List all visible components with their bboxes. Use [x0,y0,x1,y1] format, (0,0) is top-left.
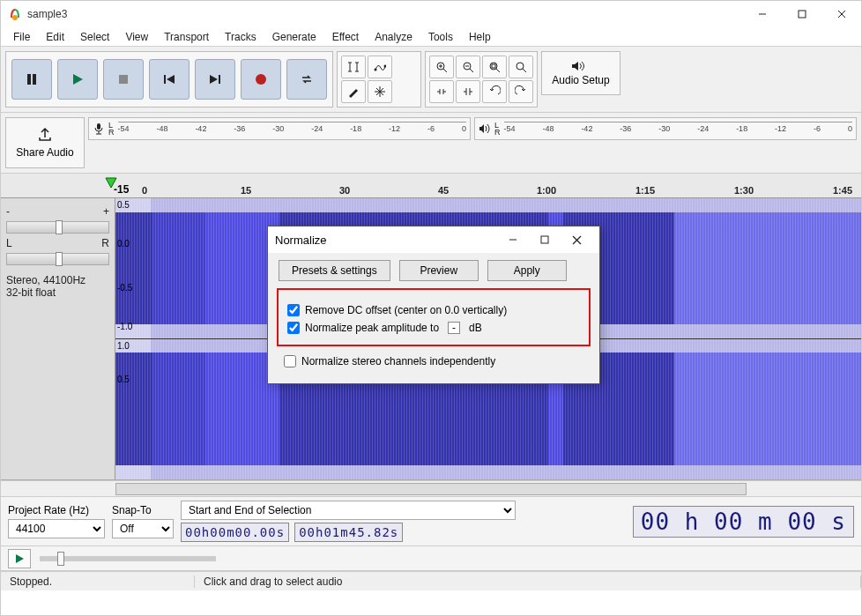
menu-help[interactable]: Help [462,29,498,45]
audio-setup-button[interactable]: Audio Setup [541,51,620,95]
horizontal-scrollbar[interactable] [1,480,861,496]
skip-start-button[interactable] [149,59,189,100]
envelope-tool[interactable] [368,56,392,78]
dialog-minimize-button[interactable] [497,227,529,252]
timeline-start-label: -15 [114,183,129,196]
zoom-out-button[interactable] [456,56,480,78]
speaker-small-icon [479,122,491,135]
svg-marker-7 [73,74,83,85]
svg-rect-12 [219,75,220,84]
menu-effect[interactable]: Effect [325,29,366,45]
status-state: Stopped. [1,575,195,588]
status-bar: Stopped. Click and drag to select audio [1,571,861,590]
svg-marker-42 [16,554,24,563]
normalize-peak-checkbox[interactable] [287,322,300,334]
draw-tool[interactable] [341,80,366,103]
dialog-titlebar[interactable]: Normalize [268,226,599,253]
gain-slider[interactable] [6,221,109,234]
svg-rect-5 [27,74,31,85]
app-logo-icon [8,7,22,21]
svg-point-33 [490,63,497,70]
record-meter[interactable]: LR -54-48-42-36-30-24-18-12-60 [88,117,471,140]
multi-tool[interactable] [368,80,392,103]
close-button[interactable] [821,1,861,27]
trim-button[interactable] [429,80,454,103]
remove-dc-offset-option[interactable]: Remove DC offset (center on 0.0 vertical… [287,304,580,316]
undo-button[interactable] [482,80,507,103]
menu-select[interactable]: Select [73,29,116,45]
zoom-in-button[interactable] [429,56,454,78]
menu-tools[interactable]: Tools [421,29,460,45]
menu-analyze[interactable]: Analyze [368,29,420,45]
track-info: Stereo, 44100Hz [6,274,109,286]
speaker-icon [571,60,591,72]
toolbar-top: Audio Setup [1,47,861,113]
audio-position-time[interactable]: 00 h 00 m 00 s [633,506,854,538]
selection-toolbar: Project Rate (Hz) 44100 Snap-To Off Star… [1,496,861,546]
svg-point-36 [516,63,524,70]
selection-start-time[interactable]: 00h00m00.00s [181,523,289,542]
project-rate-select[interactable]: 44100 [8,519,105,538]
remove-dc-label: Remove DC offset (center on 0.0 vertical… [305,304,507,316]
normalize-dialog: Normalize Presets & settings Preview App… [267,226,600,384]
selection-format-select[interactable]: Start and End of Selection [181,501,516,520]
menu-generate[interactable]: Generate [265,29,323,45]
redo-button[interactable] [509,80,533,103]
gain-minus: - [6,205,10,218]
share-audio-button[interactable]: Share Audio [5,117,85,168]
pan-slider[interactable] [6,253,109,265]
svg-point-13 [256,74,266,85]
play-at-speed-toolbar [1,546,861,571]
playback-meter-scale: -54-48-42-36-30-24-18-12-60 [504,122,853,136]
snap-to-label: Snap-To [112,504,174,516]
stereo-independent-option[interactable]: Normalize stereo channels independently [284,355,583,367]
loop-button[interactable] [286,59,327,100]
normalize-peak-option[interactable]: Normalize peak amplitude to dB [287,322,580,334]
menu-view[interactable]: View [118,29,155,45]
track-format: 32-bit float [6,286,109,299]
skip-end-button[interactable] [195,59,235,100]
svg-point-0 [12,15,18,20]
dialog-maximize-button[interactable] [529,227,561,252]
play-at-speed-button[interactable] [8,549,31,568]
pause-button[interactable] [11,59,52,100]
svg-rect-2 [799,11,806,18]
svg-line-27 [443,69,447,72]
fit-project-button[interactable] [509,56,533,78]
playback-speed-slider[interactable] [40,556,216,561]
dialog-close-button[interactable] [561,227,592,252]
presets-settings-button[interactable]: Presets & settings [279,260,390,281]
preview-button[interactable]: Preview [399,260,479,281]
menu-file[interactable]: File [6,29,37,45]
stop-button[interactable] [103,59,144,100]
status-hint: Click and drag to select audio [195,575,861,588]
menu-edit[interactable]: Edit [39,29,71,45]
gain-plus: + [103,205,109,218]
play-button[interactable] [57,59,98,100]
svg-marker-10 [167,75,175,84]
svg-line-34 [496,69,500,72]
fit-selection-button[interactable] [482,56,507,78]
record-button[interactable] [241,59,281,100]
svg-point-21 [384,65,387,68]
track-control-panel[interactable]: -+ LR Stereo, 44100Hz 32-bit float [1,198,115,479]
silence-button[interactable] [456,80,480,103]
svg-rect-35 [492,64,495,68]
svg-marker-11 [210,75,218,84]
snap-to-select[interactable]: Off [112,519,174,538]
menu-tracks[interactable]: Tracks [218,29,264,45]
peak-amplitude-input[interactable] [448,322,460,334]
zoom-toolbar [425,51,538,108]
stereo-independent-checkbox[interactable] [284,355,296,367]
minimize-button[interactable] [742,1,782,27]
maximize-button[interactable] [782,1,821,27]
selection-end-time[interactable]: 00h01m45.82s [294,523,403,542]
selection-tool[interactable] [341,56,366,78]
toolbar-second: Share Audio LR -54-48-42-36-30-24-18-12-… [1,113,861,174]
apply-button[interactable]: Apply [487,260,567,281]
remove-dc-checkbox[interactable] [287,304,300,316]
playback-meter[interactable]: LR -54-48-42-36-30-24-18-12-60 [474,117,857,140]
menu-transport[interactable]: Transport [157,29,216,45]
mic-icon [93,122,105,135]
timeline-ruler[interactable]: -15 0 15 30 45 1:00 1:15 1:30 1:45 [1,174,861,198]
